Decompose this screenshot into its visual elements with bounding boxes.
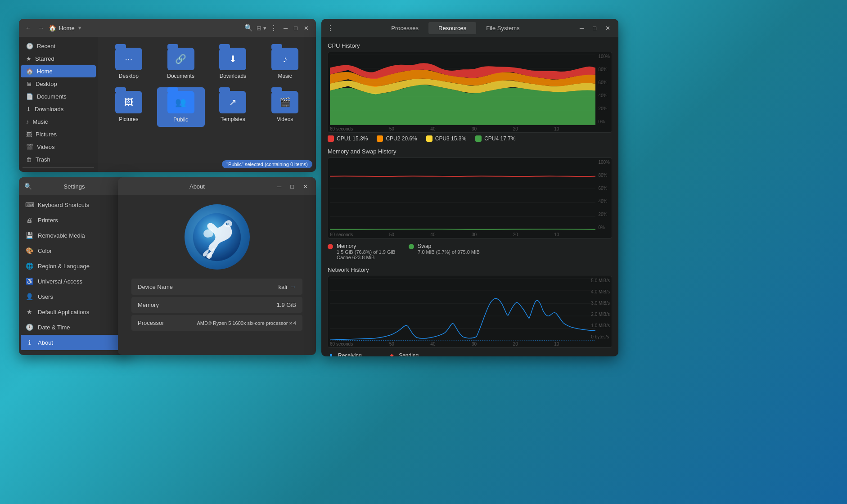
fm-nav-buttons: ← → 🏠 Home ▼ (23, 23, 82, 32)
sidebar-item-downloads[interactable]: ⬇ Downloads (21, 103, 96, 115)
fm-maximize-button[interactable]: □ (291, 24, 300, 32)
sidebar-label-videos: Videos (37, 144, 55, 150)
receiving-title: Receiving (338, 352, 370, 356)
sysmon-minimize-button[interactable]: ─ (577, 24, 586, 32)
settings-item-datetime[interactable]: 🕐 Date & Time (19, 320, 129, 335)
fm-forward-button[interactable]: → (36, 23, 46, 32)
fm-titlebar: ← → 🏠 Home ▼ 🔍 ⊞ ▾ ⋮ ─ □ ✕ (19, 19, 316, 37)
sidebar-item-documents[interactable]: 📄 Documents (21, 90, 96, 103)
cpu4-label: CPU4 17.7% (484, 135, 515, 142)
sidebar-item-desktop[interactable]: 🖥 Desktop (21, 78, 96, 90)
settings-item-color[interactable]: 🎨 Color (19, 243, 129, 258)
memory-value: 1.9 GiB (277, 302, 296, 308)
settings-item-about[interactable]: ℹ About (21, 335, 127, 350)
about-maximize-button[interactable]: □ (288, 182, 297, 191)
users-icon: 👤 (25, 293, 33, 300)
about-minimize-button[interactable]: ─ (275, 182, 284, 191)
sysmon-maximize-button[interactable]: □ (590, 24, 599, 32)
folder-templates[interactable]: ↗ Templates (209, 87, 257, 127)
sidebar-label-music: Music (33, 118, 48, 125)
sidebar-label-documents: Documents (37, 93, 67, 100)
settings-item-keyboard[interactable]: ⌨ Keyboard Shortcuts (19, 197, 129, 212)
tab-processes[interactable]: Processes (381, 22, 428, 34)
processor-label: Processor (138, 320, 164, 326)
sidebar-item-other-locations[interactable]: + Other Locations (21, 170, 96, 172)
device-name-label: Device Name (138, 284, 173, 290)
cpu3-legend: CPU3 15.3% (426, 135, 466, 142)
fm-back-button[interactable]: ← (23, 23, 33, 32)
memory-x-labels: 60 seconds 50 40 30 20 10 (330, 232, 595, 237)
fm-home-icon: 🏠 (49, 24, 56, 32)
file-manager-window: ← → 🏠 Home ▼ 🔍 ⊞ ▾ ⋮ ─ □ ✕ 🕐 Recent ★ St… (19, 19, 316, 172)
fm-sidebar: 🕐 Recent ★ Starred 🏠 Home 🖥 Desktop 📄 Do… (19, 37, 98, 172)
cpu-chart-container: 100% 80% 60% 40% 20% 0% (328, 52, 612, 133)
settings-label-datetime: Date & Time (38, 324, 70, 331)
settings-item-removable[interactable]: 💾 Removable Media (19, 228, 129, 243)
folder-music[interactable]: ♪ Music (261, 44, 309, 83)
folder-downloads-icon: ⬇ (219, 48, 246, 70)
about-body: Device Name kali → Memory 1.9 GiB Proces… (118, 195, 316, 355)
settings-item-region[interactable]: 🌐 Region & Language (19, 258, 129, 274)
folder-public-label: Public (170, 116, 192, 123)
folder-desktop[interactable]: ··· Desktop (105, 44, 153, 83)
fm-menu-button[interactable]: ⋮ (270, 24, 277, 32)
fm-view-toggle-button[interactable]: ⊞ ▾ (257, 25, 266, 32)
cpu2-label: CPU2 20.6% (386, 135, 417, 142)
folder-documents[interactable]: 🔗 Documents (157, 44, 205, 83)
folder-desktop-label: Desktop (119, 73, 139, 79)
starred-icon: ★ (26, 55, 32, 62)
cpu1-label: CPU1 15.3% (337, 135, 368, 142)
memory-chart-container: 100% 80% 60% 40% 20% 0% (328, 158, 612, 238)
settings-label-users: Users (38, 293, 53, 300)
folder-public[interactable]: 👥 Public (157, 87, 205, 127)
settings-item-users[interactable]: 👤 Users (19, 289, 129, 304)
memory-chart-svg (330, 160, 595, 231)
settings-item-universal[interactable]: ♿ Universal Access (19, 274, 129, 289)
device-name-arrow-icon[interactable]: → (290, 283, 296, 290)
sidebar-label-downloads: Downloads (35, 106, 63, 112)
folder-downloads[interactable]: ⬇ Downloads (209, 44, 257, 83)
settings-item-default-apps[interactable]: ★ Default Applications (19, 304, 129, 320)
memory-label: Memory (138, 302, 159, 308)
cpu-x-labels: 60 seconds 50 40 30 20 10 (330, 126, 595, 131)
about-close-button[interactable]: ✕ (300, 182, 311, 191)
removable-icon: 💾 (25, 232, 33, 239)
memory-usage-value: 1.5 GiB (76.8%) of 1.9 GiB (337, 249, 395, 255)
home-icon: 🏠 (26, 68, 33, 75)
fm-close-button[interactable]: ✕ (301, 24, 311, 32)
sidebar-item-recent[interactable]: 🕐 Recent (21, 40, 96, 52)
datetime-icon: 🕐 (25, 324, 33, 331)
folder-videos-icon: 🎬 (271, 91, 298, 113)
sysmon-menu-button[interactable]: ⋮ (327, 24, 334, 32)
sidebar-item-pictures[interactable]: 🖼 Pictures (21, 128, 96, 140)
settings-label-about: About (38, 339, 53, 346)
sysmon-close-button[interactable]: ✕ (603, 24, 613, 32)
cpu2-legend: CPU2 20.6% (377, 135, 417, 142)
tab-resources[interactable]: Resources (428, 22, 476, 34)
settings-label-region: Region & Language (38, 263, 90, 270)
receiving-info: Receiving 1.5 MiB/s Total Received 53.3 … (338, 352, 370, 356)
sidebar-label-desktop: Desktop (36, 81, 57, 87)
sidebar-item-home[interactable]: 🏠 Home (21, 65, 96, 77)
settings-item-printers[interactable]: 🖨 Printers (19, 212, 129, 228)
receiving-arrow-icon: ⬇ (328, 352, 334, 356)
sidebar-item-starred[interactable]: ★ Starred (21, 53, 96, 65)
pictures-icon: 🖼 (26, 131, 32, 138)
folder-desktop-icon: ··· (115, 48, 142, 70)
fm-search-button[interactable]: 🔍 (244, 24, 253, 32)
sidebar-item-music[interactable]: ♪ Music (21, 116, 96, 128)
folder-downloads-label: Downloads (220, 73, 246, 79)
sidebar-item-videos[interactable]: 🎬 Videos (21, 141, 96, 153)
default-apps-icon: ★ (25, 308, 33, 315)
recent-icon: 🕐 (26, 43, 33, 50)
sidebar-item-trash[interactable]: 🗑 Trash (21, 153, 96, 166)
folder-pictures[interactable]: 🖼 Pictures (105, 87, 153, 127)
cpu-chart-title: CPU History (328, 42, 612, 49)
color-icon: 🎨 (25, 247, 33, 254)
fm-minimize-button[interactable]: ─ (281, 24, 290, 32)
about-titlebar: About ─ □ ✕ (118, 177, 316, 195)
tab-file-systems[interactable]: File Systems (476, 22, 529, 34)
sidebar-label-trash: Trash (36, 156, 50, 163)
settings-label-keyboard: Keyboard Shortcuts (38, 202, 89, 208)
folder-videos[interactable]: 🎬 Videos (261, 87, 309, 127)
